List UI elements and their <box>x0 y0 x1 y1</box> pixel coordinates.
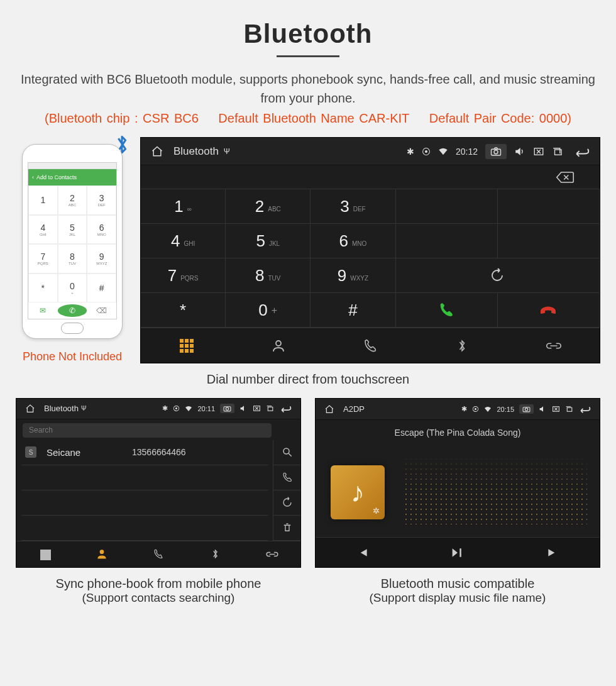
wifi-icon <box>438 147 448 156</box>
title-underline <box>277 55 339 57</box>
phone-header: ‹ Add to Contacts <box>28 169 116 185</box>
back-icon[interactable] <box>573 146 590 157</box>
volume-icon[interactable] <box>239 405 248 412</box>
key-0[interactable]: 0+ <box>226 293 311 328</box>
svg-point-6 <box>226 407 228 410</box>
play-pause-button[interactable] <box>410 538 505 567</box>
screenshot-icon[interactable] <box>519 404 534 414</box>
home-button <box>61 323 84 334</box>
tab-bluetooth[interactable] <box>187 541 243 567</box>
key-hash[interactable]: # <box>311 293 395 328</box>
spec-chip: (Bluetooth chip : CSR BC6 <box>45 111 199 125</box>
key-9[interactable]: 9WXYZ <box>311 258 395 293</box>
back-icon[interactable] <box>279 404 292 412</box>
tab-recents[interactable] <box>130 541 187 567</box>
close-icon[interactable] <box>253 405 261 412</box>
screenshot-icon[interactable] <box>485 144 507 159</box>
close-icon[interactable] <box>533 147 544 157</box>
svg-rect-14 <box>567 407 572 411</box>
home-icon[interactable] <box>25 404 35 414</box>
sms-icon: ✉ <box>28 302 58 319</box>
number-display <box>141 165 531 189</box>
search-input[interactable]: Search <box>23 423 272 438</box>
delete-icon[interactable] <box>273 516 300 541</box>
key-6[interactable]: 6MNO <box>311 224 395 258</box>
usb-icon: Ψ <box>81 405 86 412</box>
tab-pair[interactable] <box>508 328 600 363</box>
svg-point-1 <box>494 150 498 153</box>
volume-icon[interactable] <box>514 147 525 157</box>
backspace-icon: ⌫ <box>87 302 116 319</box>
key-2: 2 <box>70 193 75 203</box>
dialer-caption: Dial number direct from touchscreen <box>16 372 600 387</box>
key-1[interactable]: 1∞ <box>141 189 226 224</box>
empty-cell <box>498 224 600 258</box>
search-icon[interactable] <box>273 440 300 465</box>
track-name: Escape (The Pina Colada Song) <box>395 428 521 438</box>
spec-name: Default Bluetooth Name CAR-KIT <box>218 111 409 125</box>
recent-icon[interactable] <box>266 405 274 412</box>
tab-contacts[interactable] <box>73 541 129 567</box>
tab-recents[interactable] <box>324 328 416 363</box>
gps-icon: ⦿ <box>173 405 180 412</box>
key-1: 1 <box>40 195 45 205</box>
a2dp-screenshot: A2DP ✱ ⦿ 20:15 Escape (The Pina Colada S… <box>315 398 600 568</box>
tab-keypad[interactable] <box>16 541 73 567</box>
phonebook-topbar: Bluetooth Ψ ✱ ⦿ 20:11 <box>16 399 300 419</box>
equalizer-visual <box>404 451 587 524</box>
phonebook-screenshot: Bluetooth Ψ ✱ ⦿ 20:11 Search <box>16 398 301 568</box>
tab-bluetooth[interactable] <box>416 328 508 363</box>
contact-row[interactable]: S Seicane 13566664466 <box>21 440 268 465</box>
empty-row <box>21 490 268 516</box>
clock-time: 20:11 <box>197 405 215 412</box>
prev-button[interactable] <box>316 538 410 567</box>
screenshot-icon[interactable] <box>220 404 234 413</box>
key-3[interactable]: 3DEF <box>311 189 395 224</box>
back-icon[interactable] <box>578 405 591 413</box>
next-button[interactable] <box>505 538 600 567</box>
tab-keypad[interactable] <box>141 328 233 363</box>
key-2[interactable]: 2ABC <box>226 189 311 224</box>
key-8[interactable]: 8TUV <box>226 258 311 293</box>
svg-point-4 <box>276 341 281 346</box>
hangup-button[interactable] <box>498 293 600 328</box>
recent-icon[interactable] <box>565 406 573 412</box>
key-star: * <box>41 283 45 293</box>
dialer-screenshot: Bluetooth Ψ ✱ ⦿ 20:12 1∞ 2ABC 3DEF <box>140 137 600 363</box>
home-icon[interactable] <box>151 145 163 158</box>
phonebook-caption: Sync phone-book from mobile phone (Suppo… <box>16 577 301 605</box>
recent-icon[interactable] <box>552 147 563 157</box>
redial-button[interactable] <box>396 258 600 293</box>
backspace-button[interactable] <box>531 165 600 189</box>
volume-icon[interactable] <box>539 406 547 412</box>
tab-contacts[interactable] <box>233 328 324 363</box>
svg-point-10 <box>99 550 104 555</box>
tab-pair[interactable] <box>244 541 300 567</box>
empty-row <box>21 465 268 490</box>
spec-code: Default Pair Code: 0000) <box>429 111 571 125</box>
contact-tag: S <box>25 446 36 458</box>
key-5: 5 <box>70 223 75 233</box>
call-button[interactable] <box>396 293 498 328</box>
key-9: 9 <box>99 252 104 262</box>
empty-cell <box>396 189 498 224</box>
sync-icon[interactable] <box>273 490 300 516</box>
empty-cell <box>396 224 498 258</box>
call-icon[interactable] <box>273 465 300 490</box>
dialer-title: Bluetooth <box>173 145 219 158</box>
phonebook-bottombar <box>16 541 300 567</box>
clock-time: 20:12 <box>456 147 478 157</box>
a2dp-controls <box>316 537 600 567</box>
clock-time: 20:15 <box>497 406 514 413</box>
bt-status-icon: ✱ <box>162 404 168 412</box>
key-5[interactable]: 5JKL <box>226 224 311 258</box>
key-7[interactable]: 7PQRS <box>141 258 226 293</box>
key-4[interactable]: 4GHI <box>141 224 226 258</box>
key-star[interactable]: * <box>141 293 226 328</box>
contacts-list[interactable]: S Seicane 13566664466 <box>16 440 273 541</box>
gps-icon: ⦿ <box>422 147 431 157</box>
key-0: 0 <box>70 281 75 291</box>
home-icon[interactable] <box>324 404 334 414</box>
close-icon[interactable] <box>552 406 560 412</box>
phone-header-label: Add to Contacts <box>36 174 77 180</box>
